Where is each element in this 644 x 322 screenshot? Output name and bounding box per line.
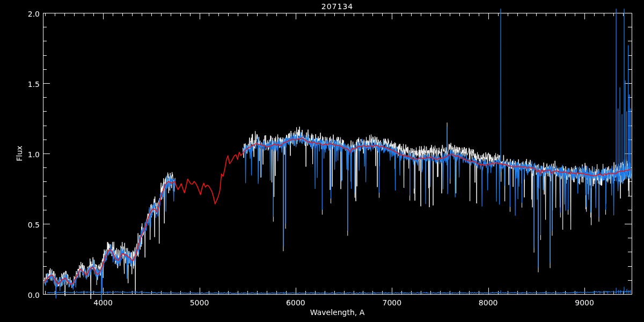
y-tick-label: 0.0 — [0, 291, 40, 299]
x-tick-label: 5000 — [178, 298, 221, 307]
x-tick-label: 8000 — [467, 298, 510, 307]
x-tick-label: 7000 — [370, 298, 413, 307]
plot-title: 207134 — [43, 2, 632, 11]
x-axis-label: Wavelength, A — [43, 308, 632, 317]
x-tick-label: 9000 — [563, 298, 606, 307]
spectrum-plot-canvas — [0, 0, 644, 322]
spectrum-figure: 207134 Wavelength, A Flux 40005000600070… — [0, 0, 644, 322]
y-tick-label: 2.0 — [0, 10, 40, 18]
y-tick-label: 1.5 — [0, 80, 40, 89]
x-tick-label: 4000 — [82, 298, 125, 307]
y-tick-label: 0.5 — [0, 221, 40, 229]
y-tick-label: 1.0 — [0, 150, 40, 159]
x-tick-label: 6000 — [274, 298, 317, 307]
